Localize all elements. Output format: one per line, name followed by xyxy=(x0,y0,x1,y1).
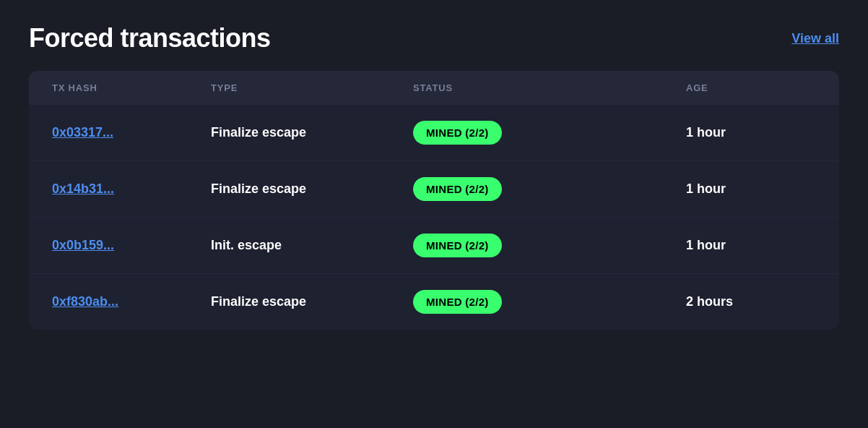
col-header-type: TYPE xyxy=(211,82,413,93)
table-row: 0xf830ab... Finalize escape MINED (2/2) … xyxy=(29,274,839,330)
status-badge: MINED (2/2) xyxy=(413,234,502,257)
col-header-status: STATUS xyxy=(413,82,686,93)
col-header-age: AGE xyxy=(686,82,816,93)
table-row: 0x14b31... Finalize escape MINED (2/2) 1… xyxy=(29,161,839,218)
tx-age: 2 hours xyxy=(686,294,816,309)
tx-type: Finalize escape xyxy=(211,181,413,197)
tx-type: Finalize escape xyxy=(211,125,413,140)
tx-type: Init. escape xyxy=(211,238,413,253)
status-badge-cell: MINED (2/2) xyxy=(413,290,686,314)
col-header-tx-hash: TX HASH xyxy=(52,82,211,93)
tx-age: 1 hour xyxy=(686,238,816,253)
page-title: Forced transactions xyxy=(29,23,271,54)
status-badge-cell: MINED (2/2) xyxy=(413,234,686,257)
view-all-link[interactable]: View all xyxy=(791,31,839,46)
tx-age: 1 hour xyxy=(686,181,816,197)
tx-hash-link[interactable]: 0x03317... xyxy=(52,125,211,140)
page-header: Forced transactions View all xyxy=(29,23,839,54)
status-badge: MINED (2/2) xyxy=(413,121,502,145)
table-body: 0x03317... Finalize escape MINED (2/2) 1… xyxy=(29,105,839,330)
tx-hash-link[interactable]: 0xf830ab... xyxy=(52,294,211,309)
tx-hash-link[interactable]: 0x0b159... xyxy=(52,238,211,253)
table-row: 0x03317... Finalize escape MINED (2/2) 1… xyxy=(29,105,839,161)
tx-hash-link[interactable]: 0x14b31... xyxy=(52,181,211,197)
status-badge: MINED (2/2) xyxy=(413,177,502,201)
status-badge-cell: MINED (2/2) xyxy=(413,121,686,145)
transactions-table: TX HASH TYPE STATUS AGE 0x03317... Final… xyxy=(29,71,839,330)
table-row: 0x0b159... Init. escape MINED (2/2) 1 ho… xyxy=(29,218,839,274)
table-header: TX HASH TYPE STATUS AGE xyxy=(29,71,839,105)
tx-age: 1 hour xyxy=(686,125,816,140)
status-badge: MINED (2/2) xyxy=(413,290,502,314)
tx-type: Finalize escape xyxy=(211,294,413,309)
status-badge-cell: MINED (2/2) xyxy=(413,177,686,201)
